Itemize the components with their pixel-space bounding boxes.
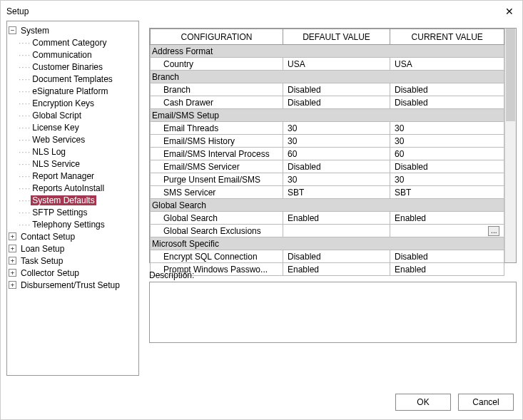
tree-node[interactable]: ····Comment Category: [9, 36, 137, 48]
tree-label: NLS Log: [31, 147, 67, 157]
tree-node[interactable]: ····NLS Log: [9, 145, 137, 158]
current-value-cell[interactable]: Disabled: [390, 160, 504, 173]
config-row[interactable]: BranchDisabledDisabled: [151, 83, 504, 96]
current-value-cell[interactable]: ...: [390, 225, 504, 237]
close-icon[interactable]: ✕: [502, 6, 517, 17]
group-label: Branch: [151, 71, 504, 83]
tree-node[interactable]: ····Web Services: [9, 133, 137, 145]
config-row[interactable]: Global Search Exclusions...: [151, 225, 504, 237]
default-value-cell: 60: [283, 148, 390, 160]
cancel-button[interactable]: Cancel: [458, 394, 514, 411]
expand-icon[interactable]: +: [9, 245, 16, 252]
default-value-cell: SBT: [283, 186, 390, 199]
config-name-cell: Email/SMS Interval Process: [151, 148, 283, 160]
tree-label: System: [19, 26, 51, 36]
current-value-cell[interactable]: 30: [390, 135, 504, 148]
tree-node[interactable]: +Collector Setup: [9, 267, 137, 279]
default-value-cell: 30: [283, 173, 390, 186]
tree-label: Telephony Settings: [31, 220, 106, 230]
tree-node[interactable]: ····Global Script: [9, 109, 137, 121]
config-row[interactable]: Email Threads3030: [151, 122, 504, 135]
ok-button[interactable]: OK: [395, 394, 451, 411]
browse-button[interactable]: ...: [488, 226, 499, 236]
tree-label: Disbursement/Trust Setup: [19, 280, 121, 290]
tree-connector: ····: [19, 38, 31, 48]
config-row[interactable]: SMS ServicerSBTSBT: [151, 186, 504, 199]
current-value-cell[interactable]: USA: [390, 58, 504, 71]
config-row[interactable]: Email/SMS Interval Process6060: [151, 148, 504, 160]
config-row[interactable]: CountryUSAUSA: [151, 58, 504, 71]
tree-node[interactable]: +Loan Setup: [9, 242, 137, 255]
config-name-cell: Branch: [151, 83, 283, 96]
config-name-cell: SMS Servicer: [151, 186, 283, 199]
group-label: Address Format: [151, 45, 504, 58]
tree-label: Global Script: [31, 111, 83, 121]
tree-node[interactable]: +Contact Setup: [9, 230, 137, 242]
col-default-value[interactable]: DEFAULT VALUE: [283, 29, 390, 45]
collapse-icon[interactable]: −: [9, 26, 16, 34]
tree-label: Communication: [31, 50, 93, 60]
current-value-cell[interactable]: Disabled: [390, 83, 504, 96]
tree-connector: ····: [19, 111, 31, 121]
tree-node[interactable]: ····Communication: [9, 48, 137, 61]
description-label: Description:: [149, 270, 517, 280]
default-value-cell: Disabled: [283, 250, 390, 263]
config-grid: CONFIGURATION DEFAULT VALUE CURRENT VALU…: [149, 28, 517, 263]
default-value-cell: 30: [283, 122, 390, 135]
tree-connector: ····: [19, 183, 31, 193]
expand-icon[interactable]: +: [9, 281, 16, 289]
tree-label: Comment Category: [31, 38, 108, 48]
tree-connector: ····: [19, 159, 31, 169]
tree-connector: ····: [19, 123, 31, 133]
group-label: Email/SMS Setup: [151, 109, 504, 122]
expand-icon[interactable]: +: [9, 269, 16, 277]
tree-label: Document Templates: [31, 74, 114, 84]
tree-node[interactable]: +Task Setup: [9, 255, 137, 267]
current-value-cell[interactable]: Enabled: [390, 212, 504, 225]
grid-scrollbar[interactable]: [504, 29, 516, 262]
tree-node[interactable]: ····Report Manager: [9, 170, 137, 182]
tree-label: Customer Binaries: [31, 62, 104, 72]
tree-node[interactable]: ····License Key: [9, 121, 137, 133]
config-row[interactable]: Email/SMS History3030: [151, 135, 504, 148]
config-group: Microsoft Specific: [151, 237, 504, 250]
config-row[interactable]: Purge Unsent Email/SMS3030: [151, 173, 504, 186]
config-name-cell: Encrypt SQL Connection: [151, 250, 283, 263]
config-group: Email/SMS Setup: [151, 109, 504, 122]
tree-node[interactable]: ····Reports AutoInstall: [9, 182, 137, 194]
tree-node[interactable]: ····Document Templates: [9, 73, 137, 85]
current-value-cell[interactable]: Disabled: [390, 96, 504, 109]
config-row[interactable]: Encrypt SQL ConnectionDisabledDisabled: [151, 250, 504, 263]
tree-node[interactable]: +Disbursement/Trust Setup: [9, 279, 137, 291]
current-value-cell[interactable]: 30: [390, 122, 504, 135]
expand-icon[interactable]: +: [9, 257, 16, 265]
config-row[interactable]: Email/SMS ServicerDisabledDisabled: [151, 160, 504, 173]
tree-node[interactable]: ····Encryption Keys: [9, 97, 137, 109]
default-value-cell: Disabled: [283, 96, 390, 109]
current-value-cell[interactable]: 60: [390, 148, 504, 160]
config-row[interactable]: Cash DrawerDisabledDisabled: [151, 96, 504, 109]
tree-node[interactable]: ····SFTP Settings: [9, 206, 137, 218]
current-value-cell[interactable]: SBT: [390, 186, 504, 199]
tree-connector: ····: [19, 86, 31, 96]
expand-icon[interactable]: +: [9, 232, 16, 240]
default-value-cell: Disabled: [283, 83, 390, 96]
tree-connector: ····: [19, 98, 31, 108]
tree-connector: ····: [19, 147, 31, 157]
titlebar: Setup ✕: [1, 1, 522, 21]
tree-node[interactable]: ····System Defaults: [9, 194, 137, 206]
tree-label: Reports AutoInstall: [31, 183, 106, 193]
col-current-value[interactable]: CURRENT VALUE: [390, 29, 504, 45]
description-box[interactable]: [149, 282, 517, 343]
config-name-cell: Email/SMS History: [151, 135, 283, 148]
config-row[interactable]: Global SearchEnabledEnabled: [151, 212, 504, 225]
col-configuration[interactable]: CONFIGURATION: [151, 29, 283, 45]
tree-node[interactable]: ····NLS Service: [9, 158, 137, 170]
tree-node-system[interactable]: −System: [9, 24, 137, 36]
current-value-cell[interactable]: 30: [390, 173, 504, 186]
default-value-cell: USA: [283, 58, 390, 71]
tree-node[interactable]: ····Telephony Settings: [9, 218, 137, 230]
tree-node[interactable]: ····eSignature Platform: [9, 85, 137, 97]
tree-node[interactable]: ····Customer Binaries: [9, 61, 137, 73]
current-value-cell[interactable]: Disabled: [390, 250, 504, 263]
